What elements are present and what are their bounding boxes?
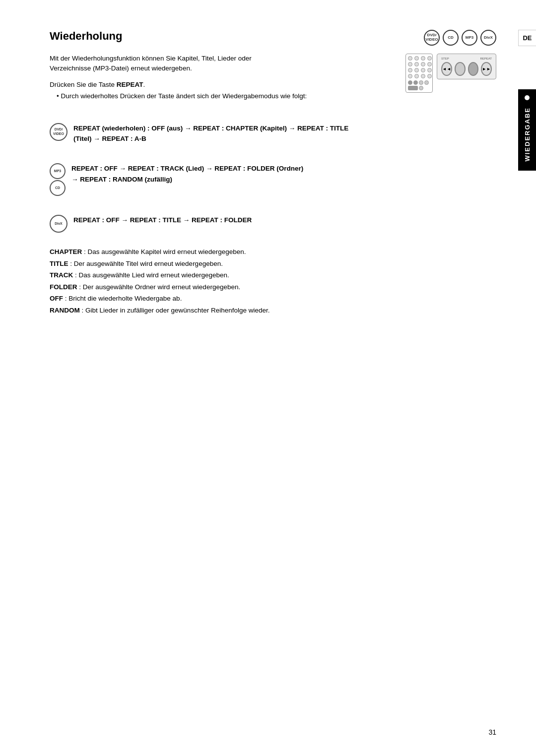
remote-label-row: STEP REPEAT <box>441 57 492 60</box>
desc-chapter: CHAPTER : Das ausgewählte Kapitel wird e… <box>50 247 496 257</box>
repeat-block-dvd: DVD/ VIDEO REPEAT (wiederholen) : OFF (a… <box>50 118 496 149</box>
remote-col: STEP REPEAT ◄◄ ►► <box>367 54 496 108</box>
dvd-icon: DVD/ VIDEO <box>50 123 67 141</box>
remote-left <box>405 54 433 93</box>
repeat-text-divx: REPEAT : OFF → REPEAT : TITLE → REPEAT :… <box>73 215 252 226</box>
divx-icon: DivX <box>50 215 67 233</box>
desc-random: RANDOM : Gibt Lieder in zufälliger oder … <box>50 305 496 316</box>
remote-dot <box>408 80 412 85</box>
remote-dot <box>427 74 432 78</box>
repeat-label: REPEAT <box>480 57 492 60</box>
remote-dot <box>414 74 419 78</box>
remote-dot <box>427 68 432 72</box>
format-badges: DVD/VIDEO CD MP3 DivX <box>424 30 496 46</box>
page-number: 31 <box>488 728 496 736</box>
remote-dot <box>414 68 419 72</box>
remote-dot <box>427 56 432 61</box>
mp3-icon: MP3 <box>50 163 66 179</box>
remote-dot <box>421 68 425 72</box>
remote-dot <box>419 80 423 85</box>
repeat-block-mp3: MP3 CD REPEAT : OFF → REPEAT : TRACK (Li… <box>50 158 496 201</box>
remote-main-buttons: ◄◄ ►► <box>441 62 492 76</box>
remote-dot <box>427 62 432 66</box>
remote-dot <box>421 74 425 78</box>
remote-dot <box>408 86 418 90</box>
divx-badge: DivX <box>480 30 496 46</box>
sidebar-bullet <box>525 95 530 100</box>
remote-grid <box>408 56 430 78</box>
intro-text: Mit der Wiederholungsfunktion können Sie… <box>50 54 278 74</box>
de-tab: DE <box>518 30 536 46</box>
remote-illustration: STEP REPEAT ◄◄ ►► <box>405 54 496 93</box>
repeat-text-mp3: REPEAT : OFF → REPEAT : TRACK (Lied) → R… <box>71 163 303 185</box>
prev-btn: ◄◄ <box>441 62 452 76</box>
sidebar-label: WIEDERGABE <box>524 104 531 165</box>
header-row: Wiederholung DVD/VIDEO CD MP3 DivX <box>50 30 496 46</box>
cd-icon: CD <box>50 180 66 196</box>
repeat-block-divx: DivX REPEAT : OFF → REPEAT : TITLE → REP… <box>50 210 496 238</box>
text-col: Mit der Wiederholungsfunktion können Sie… <box>50 54 357 108</box>
remote-dot <box>421 62 425 66</box>
drucken-text: Drücken Sie die Taste REPEAT. <box>50 81 357 88</box>
desc-off: OFF : Bricht die wiederholte Wiedergabe … <box>50 293 496 304</box>
mp3-badge: MP3 <box>462 30 477 46</box>
desc-folder: FOLDER : Der ausgewählte Ordner wird ern… <box>50 282 496 293</box>
content-row: Mit der Wiederholungsfunktion können Sie… <box>50 54 496 108</box>
repeat-text-dvd: REPEAT (wiederholen) : OFF (aus) → REPEA… <box>73 123 348 144</box>
repeat-btn <box>468 62 479 76</box>
desc-title: TITLE : Der ausgewählte Titel wird erneu… <box>50 258 496 269</box>
page-container: DE WIEDERGABE Wiederholung DVD/VIDEO CD … <box>0 0 536 756</box>
descriptions: CHAPTER : Das ausgewählte Kapitel wird e… <box>50 247 496 316</box>
remote-dot <box>419 86 423 90</box>
desc-track: TRACK : Das ausgewählte Lied wird erneut… <box>50 270 496 281</box>
remote-dot <box>408 56 412 61</box>
remote-dot <box>408 74 412 78</box>
center-btn <box>455 62 466 76</box>
remote-dot <box>408 62 412 66</box>
remote-dot <box>408 68 412 72</box>
page-title: Wiederholung <box>50 30 122 43</box>
remote-dot <box>414 56 419 61</box>
cd-badge: CD <box>443 30 459 46</box>
remote-dot <box>414 62 419 66</box>
remote-dot <box>413 80 418 85</box>
de-label: DE <box>523 34 532 42</box>
sidebar-tab: WIEDERGABE <box>518 89 536 171</box>
next-btn: ►► <box>481 62 492 76</box>
remote-dot <box>421 56 425 61</box>
remote-dot <box>424 80 429 85</box>
dvd-badge: DVD/VIDEO <box>424 30 440 46</box>
bullet-text: • Durch wiederholtes Drücken der Taste ä… <box>57 91 357 101</box>
step-label: STEP <box>441 57 449 60</box>
remote-right: STEP REPEAT ◄◄ ►► <box>437 54 496 79</box>
